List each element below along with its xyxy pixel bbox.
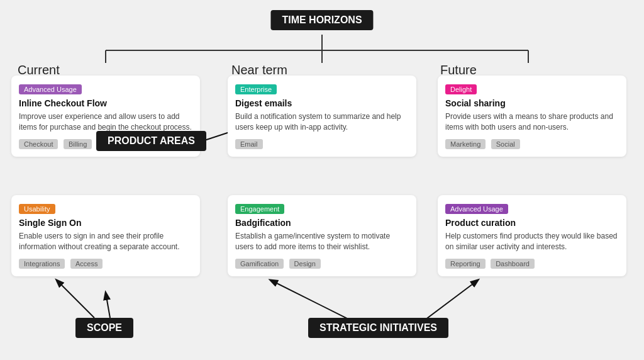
card-badgification-title: Badgification	[235, 218, 409, 228]
svg-line-7	[106, 293, 110, 318]
card-social-desc: Provide users with a means to share prod…	[445, 111, 619, 133]
tag-reporting: Reporting	[445, 259, 486, 269]
tag-integrations: Integrations	[19, 259, 65, 269]
card-sso-title: Single Sign On	[19, 218, 192, 228]
card-digest-emails: Enterprise Digest emails Build a notific…	[228, 76, 416, 157]
card-curation-title: Product curation	[445, 218, 619, 228]
svg-line-8	[57, 280, 94, 318]
card-single-sign-on: Usability Single Sign On Enable users to…	[11, 195, 200, 276]
card-badgification-desc: Establish a game/incentive system to mot…	[235, 231, 409, 252]
diagram-lines	[0, 0, 644, 360]
badge-advanced-usage-2: Advanced Usage	[445, 204, 508, 214]
badge-advanced-usage: Advanced Usage	[19, 84, 82, 94]
page-wrapper: TIME HORIZONS Current Near term Future A…	[0, 0, 644, 360]
scope-label: SCOPE	[75, 318, 133, 338]
card-inline-checkout-title: Inline Checkout Flow	[19, 98, 192, 108]
tag-social: Social	[491, 139, 520, 149]
tag-email: Email	[235, 139, 263, 149]
card-sso-desc: Enable users to sign in and see their pr…	[19, 231, 192, 252]
tag-checkout: Checkout	[19, 139, 58, 149]
tag-design: Design	[289, 259, 321, 269]
badge-engagement: Engagement	[235, 204, 284, 214]
tag-dashboard: Dashboard	[491, 259, 535, 269]
card-badgification: Engagement Badgification Establish a gam…	[228, 195, 416, 276]
card-curation-desc: Help customers find products they would …	[445, 231, 619, 252]
tag-gamification: Gamification	[235, 259, 284, 269]
card-digest-desc: Build a notification system to summarize…	[235, 111, 409, 133]
tag-access: Access	[70, 259, 103, 269]
tag-billing: Billing	[64, 139, 92, 149]
badge-enterprise: Enterprise	[235, 84, 277, 94]
card-social-title: Social sharing	[445, 98, 619, 108]
strategic-initiatives-label: STRATEGIC INITIATIVES	[308, 318, 448, 338]
badge-usability: Usability	[19, 204, 55, 214]
card-digest-title: Digest emails	[235, 98, 409, 108]
card-social-sharing: Delight Social sharing Provide users wit…	[438, 76, 626, 157]
badge-delight: Delight	[445, 84, 477, 94]
product-areas-label: PRODUCT AREAS	[96, 131, 206, 151]
time-horizons-label: TIME HORIZONS	[270, 10, 373, 30]
card-product-curation: Advanced Usage Product curation Help cus…	[438, 195, 626, 276]
tag-marketing: Marketing	[445, 139, 486, 149]
card-inline-checkout-desc: Improve user experience and allow users …	[19, 111, 192, 133]
